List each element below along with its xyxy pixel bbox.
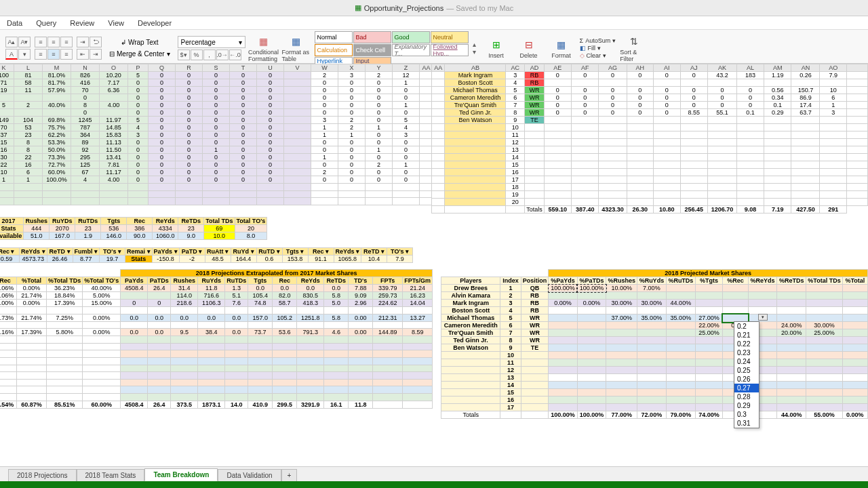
style-normal[interactable]: Normal: [315, 31, 353, 43]
menubar: Data Query Review View Developer: [0, 16, 868, 30]
style-followed-hyperlink[interactable]: Followed Hyp...: [431, 44, 469, 56]
font-color-controls[interactable]: A▾: [5, 49, 31, 60]
style-check-cell[interactable]: Check Cell: [353, 44, 391, 56]
doc-title: Opportunity_Projections: [364, 4, 443, 12]
menu-view[interactable]: View: [108, 19, 124, 27]
clear-button[interactable]: ◇Clear▾: [580, 52, 616, 59]
ribbon: A▴A▾ A▾ ≡≡≡ ≡≡≡ ⇥⮌ ⇤⇥ ↲Wrap Text ⊟Merge …: [0, 30, 868, 64]
delete-button[interactable]: ⊟Delete: [515, 38, 543, 59]
fill-button[interactable]: ◧Fill▾: [580, 45, 616, 52]
titlebar: ▦ Opportunity_Projections — Saved to my …: [0, 0, 868, 16]
styles-scroll[interactable]: ▴▾: [473, 41, 478, 56]
style-explanatory[interactable]: Explanatory T...: [392, 44, 430, 56]
editing-group: ΣAutoSum▾ ◧Fill▾ ◇Clear▾: [580, 37, 616, 59]
doc-icon: ▦: [355, 3, 361, 12]
style-calculation[interactable]: Calculation: [315, 44, 353, 56]
style-hyperlink[interactable]: Hyperlink: [315, 57, 353, 64]
menu-data[interactable]: Data: [7, 19, 22, 27]
sort-filter-button[interactable]: ⇅Sort & Filter: [620, 35, 648, 62]
merge-center-button[interactable]: ⊟Merge & Center▾: [106, 49, 174, 59]
menu-query[interactable]: Query: [36, 19, 56, 27]
style-input[interactable]: Input: [353, 57, 391, 64]
valign-group[interactable]: ≡≡≡: [35, 37, 73, 47]
format-button[interactable]: ▦Format: [547, 38, 576, 59]
wrap-text-button[interactable]: ↲Wrap Text: [106, 37, 174, 47]
number-format-select[interactable]: Percentage▾: [178, 36, 245, 48]
conditional-formatting-button[interactable]: ▦Conditional Formatting: [250, 35, 278, 62]
halign-group[interactable]: ≡≡≡: [35, 49, 73, 60]
number-format-buttons[interactable]: $▾%,.0→←.0: [178, 49, 245, 60]
menu-review[interactable]: Review: [70, 19, 94, 27]
autosum-button[interactable]: ΣAutoSum▾: [580, 37, 616, 44]
format-as-table-button[interactable]: ▦Format as Table: [282, 35, 311, 62]
saved-status: — Saved to my Mac: [446, 4, 513, 12]
style-good[interactable]: Good: [392, 31, 430, 43]
insert-button[interactable]: ⊞Insert: [482, 38, 511, 59]
style-bad[interactable]: Bad: [353, 31, 391, 43]
style-neutral[interactable]: Neutral: [431, 31, 469, 43]
font-size-controls[interactable]: A▴A▾: [5, 37, 31, 47]
cell-styles-gallery[interactable]: Normal Bad Good Neutral Calculation Chec…: [315, 31, 469, 64]
indent-group[interactable]: ⇥⮌: [77, 37, 102, 47]
menu-developer[interactable]: Developer: [138, 19, 172, 27]
indent-group-2[interactable]: ⇤⇥: [77, 49, 102, 60]
